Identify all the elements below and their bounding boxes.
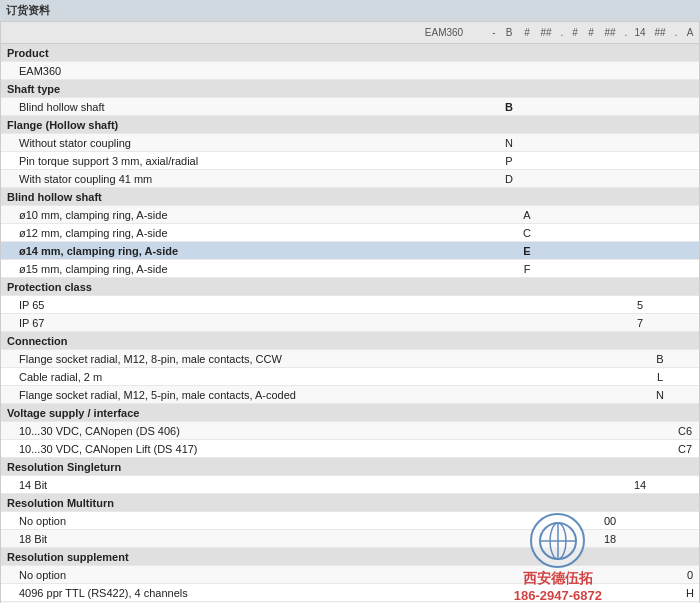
col-a: A — [681, 27, 699, 38]
section-res-multi: Resolution Multiturn — [1, 494, 699, 512]
item-no-option-multi: No option 00 — [1, 512, 699, 530]
section-res-supp-label: Resolution supplement — [1, 550, 399, 564]
col-h5: ## — [599, 27, 621, 38]
item-15mm-label: ø15 mm, clamping ring, A-side — [1, 262, 399, 276]
item-flange-m12-5pin: Flange socket radial, M12, 5-pin, male c… — [1, 386, 699, 404]
col-h6: ## — [649, 27, 671, 38]
item-canopen406-label: 10...30 VDC, CANopen (DS 406) — [1, 424, 389, 438]
item-blind-hollow-shaft-label: Blind hollow shaft — [1, 100, 399, 114]
col-h2: ## — [535, 27, 557, 38]
item-18bit: 18 Bit 18 — [1, 530, 699, 548]
section-product: Product — [1, 44, 699, 62]
section-connection: Connection — [1, 332, 699, 350]
item-ip65: IP 65 5 — [1, 296, 699, 314]
item-pin-torque: Pin torque support 3 mm, axial/radial P — [1, 152, 699, 170]
item-15mm: ø15 mm, clamping ring, A-side F — [1, 260, 699, 278]
item-no-option-multi-label: No option — [1, 514, 399, 528]
item-4096ppr-label: 4096 ppr TTL (RS422), 4 channels — [1, 586, 399, 600]
col-dot2: . — [621, 27, 631, 38]
section-product-label: Product — [1, 46, 399, 60]
col-product: EAM360 — [399, 27, 489, 38]
item-flange-m12-8pin-label: Flange socket radial, M12, 8-pin, male c… — [1, 352, 399, 366]
item-canopen417-label: 10...30 VDC, CANopen Lift (DS 417) — [1, 442, 389, 456]
section-res-supp: Resolution supplement — [1, 548, 699, 566]
item-12mm: ø12 mm, clamping ring, A-side C — [1, 224, 699, 242]
item-14mm-label: ø14 mm, clamping ring, A-side — [1, 244, 399, 258]
item-14bit-label: 14 Bit — [1, 478, 399, 492]
item-canopen417: 10...30 VDC, CANopen Lift (DS 417) C7 — [1, 440, 699, 458]
item-ip67-label: IP 67 — [1, 316, 399, 330]
item-10mm: ø10 mm, clamping ring, A-side A — [1, 206, 699, 224]
item-no-option-supp: No option 0 — [1, 566, 699, 584]
item-with-stator-label: With stator coupling 41 mm — [1, 172, 399, 186]
section-protection: Protection class — [1, 278, 699, 296]
header-title: 订货资料 — [6, 4, 50, 16]
col-dot1: . — [557, 27, 567, 38]
item-flange-m12-8pin: Flange socket radial, M12, 8-pin, male c… — [1, 350, 699, 368]
col-14: 14 — [631, 27, 649, 38]
item-cable-radial-label: Cable radial, 2 m — [1, 370, 399, 384]
col-h3: # — [567, 27, 583, 38]
col-b: B — [499, 27, 519, 38]
section-res-single-label: Resolution Singleturn — [1, 460, 399, 474]
col-dot3: . — [671, 27, 681, 38]
item-18bit-label: 18 Bit — [1, 532, 399, 546]
item-ip67: IP 67 7 — [1, 314, 699, 332]
item-ip65-label: IP 65 — [1, 298, 399, 312]
section-flange: Flange (Hollow shaft) — [1, 116, 699, 134]
item-cable-radial: Cable radial, 2 m L — [1, 368, 699, 386]
item-canopen406: 10...30 VDC, CANopen (DS 406) C6 — [1, 422, 699, 440]
item-eam360: EAM360 — [1, 62, 699, 80]
item-without-stator: Without stator coupling N — [1, 134, 699, 152]
item-no-option-supp-label: No option — [1, 568, 399, 582]
section-voltage-label: Voltage supply / interface — [1, 406, 399, 420]
item-with-stator: With stator coupling 41 mm D — [1, 170, 699, 188]
column-headers: EAM360 - B # ## . # # ## . 14 ## . A — [1, 22, 699, 44]
section-res-single: Resolution Singleturn — [1, 458, 699, 476]
item-10mm-label: ø10 mm, clamping ring, A-side — [1, 208, 399, 222]
section-protection-label: Protection class — [1, 280, 399, 294]
item-12mm-label: ø12 mm, clamping ring, A-side — [1, 226, 399, 240]
section-shaft-type-label: Shaft type — [1, 82, 399, 96]
page-header: 订货资料 — [0, 0, 700, 21]
item-14mm: ø14 mm, clamping ring, A-side E — [1, 242, 699, 260]
section-voltage: Voltage supply / interface — [1, 404, 699, 422]
col-dash: - — [489, 27, 499, 38]
col-h4: # — [583, 27, 599, 38]
section-shaft-type: Shaft type — [1, 80, 699, 98]
section-blind-hollow: Blind hollow shaft — [1, 188, 699, 206]
item-without-stator-label: Without stator coupling — [1, 136, 399, 150]
item-blind-hollow-shaft: Blind hollow shaft B — [1, 98, 699, 116]
col-h1: # — [519, 27, 535, 38]
section-connection-label: Connection — [1, 334, 399, 348]
section-res-multi-label: Resolution Multiturn — [1, 496, 399, 510]
main-table: EAM360 - B # ## . # # ## . 14 ## . A Pro… — [0, 21, 700, 603]
section-blind-hollow-label: Blind hollow shaft — [1, 190, 399, 204]
item-4096ppr: 4096 ppr TTL (RS422), 4 channels H — [1, 584, 699, 602]
item-flange-m12-5pin-label: Flange socket radial, M12, 5-pin, male c… — [1, 388, 399, 402]
item-eam360-label: EAM360 — [1, 64, 399, 78]
section-flange-label: Flange (Hollow shaft) — [1, 118, 399, 132]
item-pin-torque-label: Pin torque support 3 mm, axial/radial — [1, 154, 399, 168]
item-14bit: 14 Bit 14 — [1, 476, 699, 494]
